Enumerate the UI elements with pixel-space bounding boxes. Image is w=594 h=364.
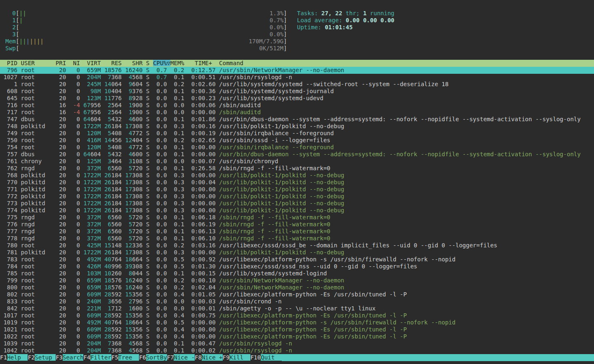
- command-cell: /usr/sbin/NetworkManager --no-daemon: [219, 277, 344, 284]
- mem-value-low: 184: [111, 193, 125, 200]
- mem-value-high: 10: [104, 270, 111, 277]
- process-row[interactable]: 757 dbus 20 0 64604 5432 4600 S 0.0 0.1 …: [0, 151, 594, 158]
- process-row[interactable]: 749 root 20 0 120M 5408 4772 S 0.0 0.1 0…: [0, 130, 594, 137]
- mem-pct-cell: 0.3: [170, 193, 188, 200]
- mem-pct-cell: 0.0: [170, 305, 188, 312]
- user-cell: dbus: [21, 151, 56, 157]
- mem-value: 123M: [83, 95, 104, 101]
- process-row[interactable]: 799 root 20 0 659M 18576 16240 S 0.0 0.2…: [0, 277, 594, 284]
- process-row[interactable]: 608 root 20 0 98M 10404 9376 S 0.0 0.1 0…: [0, 88, 594, 95]
- pid-cell: 799: [0, 277, 21, 284]
- process-row[interactable]: 1042 root 20 0 204M 7368 4568 S 0.0 0.1 …: [0, 347, 594, 354]
- cpu-cell: 0.0: [153, 235, 170, 242]
- mem-pct-cell: 0.0: [170, 109, 188, 115]
- mem-value-low: 432: [111, 151, 125, 157]
- command-cell: /usr/bin/dbus-daemon --system --address=…: [219, 151, 581, 157]
- command-cell: /usr/libexec/sssd/sssd_nss --uid 0 --gid…: [219, 263, 417, 270]
- pid-cell: 762: [0, 165, 21, 171]
- cpu-cell: 0.0: [153, 319, 170, 326]
- mem-value-high: 17: [125, 249, 132, 256]
- process-row[interactable]: 761 chrony 20 0 125M 3464 3108 S 0.0 0.0…: [0, 158, 594, 165]
- fn-f5-tree[interactable]: F5Tree: [111, 354, 139, 361]
- pri-cell: 20: [56, 158, 70, 164]
- process-row[interactable]: 781 polkitd 20 0 1722M 26184 17308 S 0.0…: [0, 249, 594, 256]
- process-row[interactable]: 802 root 20 0 609M 28592 15356 S 0.0 0.4…: [0, 291, 594, 298]
- process-row[interactable]: 1022 root 20 0 609M 28592 15356 S 0.0 0.…: [0, 333, 594, 340]
- fn-action-label: Kill: [229, 354, 250, 361]
- fn-f4-filter[interactable]: F4Filter: [83, 354, 111, 361]
- mem-value-low: 928: [132, 95, 146, 101]
- mem-value-high: 5: [104, 151, 111, 157]
- fn-f8-nice-[interactable]: F8Nice +: [195, 354, 222, 361]
- process-row[interactable]: 716 root 16 -4 67956 2564 1900 S 0.0 0.0…: [0, 102, 594, 109]
- process-row[interactable]: 1021 root 20 0 609M 28592 15356 S 0.0 0.…: [0, 326, 594, 333]
- process-row[interactable]: 800 root 20 0 659M 18576 16240 S 0.0 0.2…: [0, 284, 594, 291]
- mem-pct-cell: 0.1: [170, 165, 188, 171]
- mem-pct-cell: 0.1: [170, 347, 188, 354]
- process-row[interactable]: 771 polkitd 20 0 1722M 26184 17308 S 0.0…: [0, 186, 594, 193]
- process-row[interactable]: 750 root 20 0 416M 14456 12404 S 0.0 0.2…: [0, 137, 594, 144]
- fn-f3-search[interactable]: F3Search: [56, 354, 83, 361]
- fn-f9-kill[interactable]: F9Kill: [223, 354, 250, 361]
- mem-value-low: 604: [90, 116, 104, 122]
- process-row[interactable]: 1039 root 20 0 204M 7368 4568 S 0.0 0.1 …: [0, 340, 594, 347]
- process-row[interactable]: 747 dbus 20 0 64604 5432 4600 S 0.0 0.1 …: [0, 116, 594, 123]
- cpu-cell: 0.0: [153, 284, 170, 291]
- process-row[interactable]: 775 rngd 20 0 372M 6560 5720 S 0.0 0.1 0…: [0, 214, 594, 221]
- fn-f7-nice-[interactable]: F7Nice -: [167, 354, 195, 361]
- mem-value: 492M: [83, 256, 104, 263]
- process-row[interactable]: 1019 root 20 0 492M 40764 18664 S 0.0 0.…: [0, 319, 594, 326]
- mem-value: 245M: [83, 81, 104, 87]
- process-row[interactable]: 773 polkitd 20 0 1722M 26184 17308 S 0.0…: [0, 200, 594, 207]
- command-cell: /sbin/agetty -o -p -- \u --noclear tty1 …: [219, 305, 375, 312]
- mem-value-low: 796: [132, 298, 146, 305]
- fn-f6-sortby[interactable]: F6SortBy: [139, 354, 167, 361]
- process-row[interactable]: 780 root 20 0 425M 15148 12336 S 0.0 0.2…: [0, 242, 594, 249]
- process-row[interactable]: 1017 root 20 0 609M 28592 15356 S 0.0 0.…: [0, 312, 594, 319]
- mem-value: 425M: [83, 242, 104, 249]
- process-table-header[interactable]: PID USER PRI NI VIRT RES SHR S CPU%▽MEM%…: [0, 60, 594, 67]
- pri-cell: 20: [56, 221, 70, 228]
- mem-pct-cell: 0.3: [170, 249, 188, 256]
- sort-column-header-cpu[interactable]: CPU%▽: [153, 60, 170, 66]
- process-row[interactable]: 842 root 20 0 221M 1712 1600 S 0.0 0.0 0…: [0, 305, 594, 312]
- mem-pct-cell: 0.1: [170, 116, 188, 122]
- process-row[interactable]: 776 rngd 20 0 372M 6560 5720 S 0.0 0.1 0…: [0, 221, 594, 228]
- mem-value-low: 600: [132, 151, 146, 157]
- process-row[interactable]: 772 polkitd 20 0 1722M 26184 17308 S 0.0…: [0, 193, 594, 200]
- mem-value: 1722M: [83, 172, 104, 178]
- process-row[interactable]: 783 root 20 0 492M 40764 18664 S 0.0 0.5…: [0, 256, 594, 263]
- process-row[interactable]: 717 root 16 -4 67956 2564 1900 S 0.0 0.0…: [0, 109, 594, 116]
- process-row[interactable]: 768 polkitd 20 0 1722M 26184 17308 S 0.0…: [0, 172, 594, 179]
- process-row[interactable]: 784 root 20 0 426M 40996 39308 S 0.0 0.5…: [0, 263, 594, 270]
- user-cell: polkitd: [21, 207, 56, 214]
- fn-f10-quit[interactable]: F10Quit: [250, 354, 282, 361]
- process-row[interactable]: 833 root 20 0 240M 3656 2796 S 0.0 0.0 0…: [0, 298, 594, 305]
- process-row-selected[interactable]: 796 root 20 0 659M 18576 16240 S 0.7 0.2…: [0, 67, 594, 74]
- state-cell: S: [146, 263, 153, 270]
- process-row[interactable]: 778 rngd 20 0 372M 6560 5720 S 0.0 0.1 0…: [0, 235, 594, 242]
- process-row[interactable]: 777 rngd 20 0 372M 6560 5720 S 0.0 0.1 0…: [0, 228, 594, 235]
- mem-value-low: 560: [111, 214, 125, 221]
- process-row[interactable]: 748 polkitd 20 0 1722M 26184 17308 S 0.0…: [0, 123, 594, 130]
- pri-cell: 20: [56, 123, 70, 129]
- cpu-cell: 0.0: [153, 88, 170, 94]
- pri-cell: 20: [56, 256, 70, 263]
- process-row[interactable]: 1027 root 20 0 204M 7368 4568 S 0.7 0.1 …: [0, 74, 594, 81]
- mem-value: 98M: [83, 88, 104, 94]
- process-row[interactable]: 774 polkitd 20 0 1722M 26184 17308 S 0.0…: [0, 207, 594, 214]
- fn-key-label: F2: [28, 354, 35, 361]
- mem-pct-cell: 0.5: [170, 319, 188, 326]
- uptime-segment: 01:01:45: [325, 24, 352, 31]
- process-row[interactable]: 770 polkitd 20 0 1722M 26184 17308 S 0.0…: [0, 179, 594, 186]
- process-row[interactable]: 645 root 20 0 123M 11776 8928 S 0.0 0.1 …: [0, 95, 594, 102]
- process-row[interactable]: 785 root 20 0 103M 10260 8044 S 0.0 0.1 …: [0, 270, 594, 277]
- process-row[interactable]: 762 rngd 20 0 372M 6560 5720 S 0.0 0.1 0…: [0, 165, 594, 172]
- mem-pct-cell: 0.2: [170, 137, 188, 143]
- fn-f2-setup[interactable]: F2Setup: [28, 354, 55, 361]
- fn-f1-help[interactable]: F1Help: [0, 354, 28, 361]
- process-row[interactable]: 1 root 20 0 245M 14064 9604 S 0.0 0.2 0:…: [0, 81, 594, 88]
- mem-value-low: 656: [111, 298, 125, 305]
- process-row[interactable]: 754 root 20 0 120M 5408 4772 S 0.0 0.1 0…: [0, 144, 594, 151]
- ni-cell: 0: [70, 88, 84, 94]
